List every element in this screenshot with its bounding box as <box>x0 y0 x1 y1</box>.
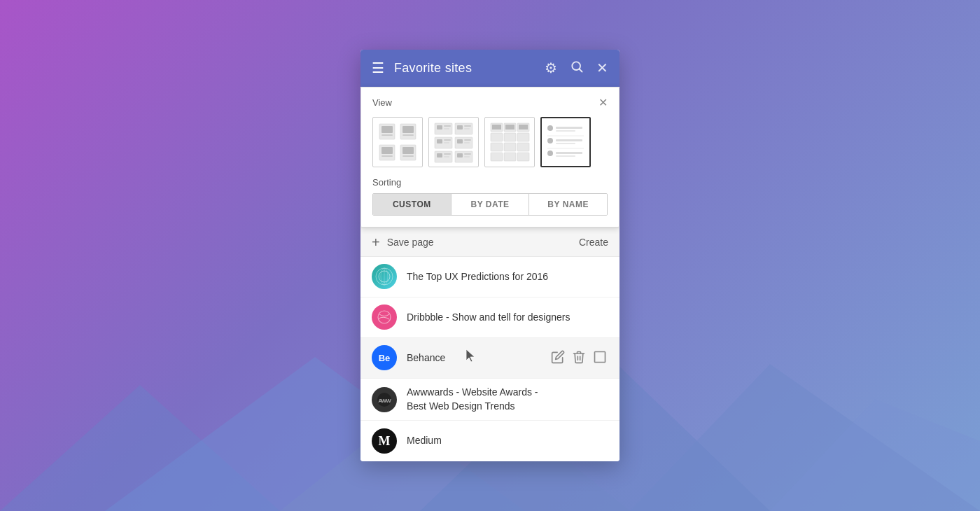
svg-rect-43 <box>464 156 470 158</box>
view-close-icon[interactable]: ✕ <box>598 97 608 108</box>
svg-rect-40 <box>444 156 449 158</box>
edit-icon[interactable] <box>550 349 566 368</box>
sorting-label: Sorting <box>372 177 608 188</box>
svg-rect-16 <box>382 134 393 136</box>
svg-rect-12 <box>382 126 393 133</box>
svg-rect-38 <box>437 153 442 158</box>
svg-rect-36 <box>464 139 471 141</box>
svg-rect-50 <box>491 143 503 151</box>
svg-rect-18 <box>382 155 393 157</box>
site-favicon-dribbble <box>372 304 397 330</box>
view-popup-header: View ✕ <box>372 97 608 108</box>
svg-line-7 <box>580 69 582 72</box>
medium-letter: M <box>379 434 391 449</box>
svg-point-67 <box>547 150 553 156</box>
svg-rect-17 <box>402 134 414 136</box>
svg-rect-58 <box>519 125 528 130</box>
svg-point-59 <box>547 125 553 131</box>
site-item-medium[interactable]: M Medium <box>360 421 620 461</box>
panel-header: ☰ Favorite sites ⚙ ✕ <box>360 50 620 87</box>
svg-rect-57 <box>505 125 514 130</box>
svg-rect-64 <box>556 139 582 141</box>
site-title-awwwards: Awwwards - Website Awards - Best Web Des… <box>407 386 608 413</box>
svg-rect-52 <box>517 143 529 151</box>
svg-rect-29 <box>457 125 463 130</box>
svg-text:AWW: AWW <box>378 398 391 404</box>
site-favicon-awwwards: AWW <box>372 387 397 412</box>
search-icon[interactable] <box>570 59 584 77</box>
behance-letter: Be <box>379 353 391 363</box>
svg-rect-37 <box>464 142 470 144</box>
plus-icon[interactable]: + <box>372 235 380 249</box>
hamburger-icon[interactable]: ☰ <box>372 61 384 75</box>
svg-rect-51 <box>504 143 516 151</box>
sorting-tab-by-name[interactable]: BY NAME <box>529 194 607 215</box>
svg-rect-65 <box>556 143 575 144</box>
svg-rect-33 <box>444 139 451 141</box>
view-option-grid-large[interactable] <box>372 117 423 167</box>
svg-point-63 <box>547 138 553 144</box>
sorting-tab-custom[interactable]: CUSTOM <box>373 194 451 215</box>
site-title-medium: Medium <box>407 434 608 448</box>
svg-rect-19 <box>402 155 414 157</box>
svg-rect-61 <box>556 130 575 132</box>
svg-rect-13 <box>402 126 414 133</box>
save-page-label: Save page <box>387 237 572 248</box>
panel-title: Favorite sites <box>394 61 532 76</box>
site-item-dribbble[interactable]: Dribbble - Show and tell for designers <box>360 298 620 338</box>
svg-rect-68 <box>556 152 582 154</box>
svg-rect-32 <box>437 139 442 144</box>
svg-rect-30 <box>464 125 471 127</box>
expand-icon[interactable] <box>592 349 608 368</box>
site-item-ux-predictions[interactable]: The Top UX Predictions for 2016 <box>360 257 620 298</box>
svg-rect-54 <box>504 153 516 161</box>
sorting-tab-by-date[interactable]: BY DATE <box>451 194 530 215</box>
svg-rect-49 <box>517 133 529 141</box>
svg-rect-39 <box>444 153 451 155</box>
sorting-tabs: CUSTOM BY DATE BY NAME <box>372 193 608 216</box>
site-actions-behance <box>550 349 608 368</box>
svg-rect-69 <box>556 155 575 157</box>
svg-rect-14 <box>382 147 393 154</box>
delete-icon[interactable] <box>570 349 587 368</box>
view-label: View <box>372 97 392 108</box>
site-favicon-ux-predictions <box>372 264 397 289</box>
site-title-ux-predictions: The Top UX Predictions for 2016 <box>407 270 608 284</box>
svg-rect-53 <box>491 153 503 161</box>
svg-rect-31 <box>464 128 470 130</box>
favorites-panel: ☰ Favorite sites ⚙ ✕ View ✕ <box>360 50 620 461</box>
svg-rect-35 <box>457 139 463 144</box>
svg-rect-28 <box>444 128 449 130</box>
close-icon[interactable]: ✕ <box>596 59 608 76</box>
site-title-dribbble: Dribbble - Show and tell for designers <box>407 311 608 325</box>
svg-rect-55 <box>517 153 529 161</box>
svg-rect-15 <box>402 147 414 154</box>
svg-marker-4 <box>630 364 980 511</box>
site-item-behance[interactable]: Be Behance <box>360 338 620 379</box>
save-bar: + Save page Create <box>360 227 620 257</box>
svg-rect-48 <box>504 133 516 141</box>
view-option-grid-small[interactable] <box>484 117 535 167</box>
site-title-behance: Behance <box>407 351 540 365</box>
view-popup: View ✕ <box>360 87 620 227</box>
site-list: The Top UX Predictions for 2016 Dribbble… <box>360 257 620 461</box>
view-option-grid-medium[interactable] <box>428 117 479 167</box>
svg-rect-60 <box>556 127 582 129</box>
svg-marker-5 <box>770 399 980 511</box>
svg-marker-0 <box>0 385 280 511</box>
svg-rect-42 <box>464 153 471 155</box>
view-option-list[interactable] <box>540 117 591 167</box>
svg-rect-27 <box>444 125 451 127</box>
site-item-awwwards[interactable]: AWW Awwwards - Website Awards - Best Web… <box>360 379 620 421</box>
svg-rect-34 <box>444 142 449 144</box>
svg-rect-56 <box>492 125 501 130</box>
svg-rect-75 <box>595 351 606 362</box>
gear-icon[interactable]: ⚙ <box>545 59 557 76</box>
view-options <box>372 117 608 167</box>
create-label[interactable]: Create <box>579 237 608 248</box>
site-favicon-behance: Be <box>372 345 397 370</box>
svg-rect-41 <box>457 153 463 158</box>
svg-rect-26 <box>437 125 442 130</box>
site-favicon-medium: M <box>372 428 397 454</box>
svg-rect-47 <box>491 133 503 141</box>
